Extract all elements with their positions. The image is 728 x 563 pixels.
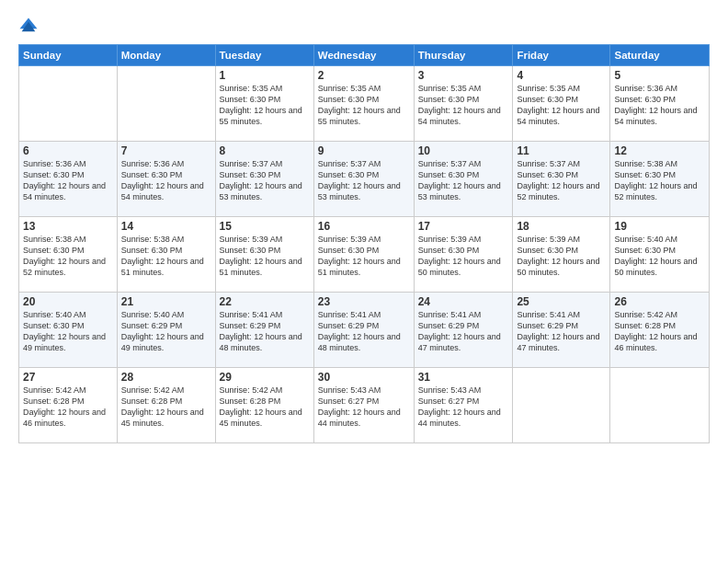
day-detail: Sunrise: 5:39 AM Sunset: 6:30 PM Dayligh…: [517, 235, 599, 277]
calendar-cell: 7Sunrise: 5:36 AM Sunset: 6:30 PM Daylig…: [117, 142, 215, 217]
calendar-week-4: 20Sunrise: 5:40 AM Sunset: 6:30 PM Dayli…: [19, 293, 710, 368]
day-number: 29: [220, 371, 310, 384]
day-number: 25: [517, 295, 606, 308]
calendar-cell: [117, 66, 215, 142]
day-detail: Sunrise: 5:35 AM Sunset: 6:30 PM Dayligh…: [418, 84, 501, 126]
weekday-header-friday: Friday: [513, 45, 610, 66]
calendar-cell: 26Sunrise: 5:42 AM Sunset: 6:28 PM Dayli…: [610, 293, 710, 368]
day-detail: Sunrise: 5:42 AM Sunset: 6:28 PM Dayligh…: [614, 310, 697, 352]
day-number: 16: [318, 220, 410, 233]
weekday-header-row: SundayMondayTuesdayWednesdayThursdayFrid…: [19, 45, 710, 66]
calendar-cell: 20Sunrise: 5:40 AM Sunset: 6:30 PM Dayli…: [19, 293, 118, 368]
day-detail: Sunrise: 5:41 AM Sunset: 6:29 PM Dayligh…: [318, 310, 401, 352]
day-detail: Sunrise: 5:43 AM Sunset: 6:27 PM Dayligh…: [318, 385, 401, 428]
day-number: 9: [318, 144, 410, 157]
calendar-cell: 30Sunrise: 5:43 AM Sunset: 6:27 PM Dayli…: [313, 368, 414, 443]
weekday-header-monday: Monday: [117, 45, 215, 66]
calendar-cell: 24Sunrise: 5:41 AM Sunset: 6:29 PM Dayli…: [414, 293, 513, 368]
day-detail: Sunrise: 5:40 AM Sunset: 6:30 PM Dayligh…: [23, 310, 106, 352]
day-detail: Sunrise: 5:35 AM Sunset: 6:30 PM Dayligh…: [517, 84, 599, 126]
day-detail: Sunrise: 5:39 AM Sunset: 6:30 PM Dayligh…: [418, 235, 501, 277]
day-number: 14: [121, 220, 211, 233]
calendar-week-3: 13Sunrise: 5:38 AM Sunset: 6:30 PM Dayli…: [19, 217, 710, 293]
calendar-table: SundayMondayTuesdayWednesdayThursdayFrid…: [18, 44, 710, 443]
day-detail: Sunrise: 5:36 AM Sunset: 6:30 PM Dayligh…: [121, 159, 204, 201]
weekday-header-sunday: Sunday: [19, 45, 118, 66]
day-detail: Sunrise: 5:37 AM Sunset: 6:30 PM Dayligh…: [418, 159, 501, 201]
day-detail: Sunrise: 5:37 AM Sunset: 6:30 PM Dayligh…: [220, 159, 302, 201]
calendar-week-2: 6Sunrise: 5:36 AM Sunset: 6:30 PM Daylig…: [19, 142, 710, 217]
day-number: 8: [220, 144, 310, 157]
calendar-cell: 11Sunrise: 5:37 AM Sunset: 6:30 PM Dayli…: [513, 142, 610, 217]
weekday-header-thursday: Thursday: [414, 45, 513, 66]
calendar-week-5: 27Sunrise: 5:42 AM Sunset: 6:28 PM Dayli…: [19, 368, 710, 443]
calendar-cell: 1Sunrise: 5:35 AM Sunset: 6:30 PM Daylig…: [215, 66, 313, 142]
day-detail: Sunrise: 5:41 AM Sunset: 6:29 PM Dayligh…: [220, 310, 302, 352]
day-detail: Sunrise: 5:36 AM Sunset: 6:30 PM Dayligh…: [614, 84, 697, 126]
day-detail: Sunrise: 5:37 AM Sunset: 6:30 PM Dayligh…: [517, 159, 599, 201]
day-number: 1: [220, 69, 310, 82]
day-detail: Sunrise: 5:42 AM Sunset: 6:28 PM Dayligh…: [23, 385, 106, 428]
calendar-cell: 14Sunrise: 5:38 AM Sunset: 6:30 PM Dayli…: [117, 217, 215, 293]
calendar-cell: 5Sunrise: 5:36 AM Sunset: 6:30 PM Daylig…: [610, 66, 710, 142]
calendar-cell: 29Sunrise: 5:42 AM Sunset: 6:28 PM Dayli…: [215, 368, 313, 443]
day-number: 17: [418, 220, 509, 233]
header: [18, 17, 710, 37]
calendar-cell: 13Sunrise: 5:38 AM Sunset: 6:30 PM Dayli…: [19, 217, 118, 293]
day-detail: Sunrise: 5:39 AM Sunset: 6:30 PM Dayligh…: [318, 235, 401, 277]
day-detail: Sunrise: 5:40 AM Sunset: 6:29 PM Dayligh…: [121, 310, 204, 352]
calendar-cell: 25Sunrise: 5:41 AM Sunset: 6:29 PM Dayli…: [513, 293, 610, 368]
day-number: 2: [318, 69, 410, 82]
day-detail: Sunrise: 5:41 AM Sunset: 6:29 PM Dayligh…: [517, 310, 599, 352]
day-number: 4: [517, 69, 606, 82]
day-detail: Sunrise: 5:39 AM Sunset: 6:30 PM Dayligh…: [220, 235, 302, 277]
day-number: 27: [23, 371, 113, 384]
day-number: 24: [418, 295, 509, 308]
day-detail: Sunrise: 5:38 AM Sunset: 6:30 PM Dayligh…: [614, 159, 697, 201]
day-number: 31: [418, 371, 509, 384]
day-number: 15: [220, 220, 310, 233]
day-number: 23: [318, 295, 410, 308]
logo-icon: [18, 17, 39, 37]
day-detail: Sunrise: 5:38 AM Sunset: 6:30 PM Dayligh…: [121, 235, 204, 277]
calendar-cell: 31Sunrise: 5:43 AM Sunset: 6:27 PM Dayli…: [414, 368, 513, 443]
day-number: 20: [23, 295, 113, 308]
calendar-cell: 9Sunrise: 5:37 AM Sunset: 6:30 PM Daylig…: [313, 142, 414, 217]
day-detail: Sunrise: 5:38 AM Sunset: 6:30 PM Dayligh…: [23, 235, 106, 277]
calendar-cell: [610, 368, 710, 443]
weekday-header-tuesday: Tuesday: [215, 45, 313, 66]
calendar-cell: 8Sunrise: 5:37 AM Sunset: 6:30 PM Daylig…: [215, 142, 313, 217]
day-number: 22: [220, 295, 310, 308]
calendar-cell: [19, 66, 118, 142]
day-number: 10: [418, 144, 509, 157]
day-detail: Sunrise: 5:42 AM Sunset: 6:28 PM Dayligh…: [220, 385, 302, 428]
day-number: 21: [121, 295, 211, 308]
calendar-cell: 27Sunrise: 5:42 AM Sunset: 6:28 PM Dayli…: [19, 368, 118, 443]
day-number: 13: [23, 220, 113, 233]
day-number: 6: [23, 144, 113, 157]
logo: [18, 17, 42, 37]
calendar-cell: 2Sunrise: 5:35 AM Sunset: 6:30 PM Daylig…: [313, 66, 414, 142]
calendar-cell: 3Sunrise: 5:35 AM Sunset: 6:30 PM Daylig…: [414, 66, 513, 142]
day-detail: Sunrise: 5:36 AM Sunset: 6:30 PM Dayligh…: [23, 159, 106, 201]
calendar-cell: 4Sunrise: 5:35 AM Sunset: 6:30 PM Daylig…: [513, 66, 610, 142]
weekday-header-wednesday: Wednesday: [313, 45, 414, 66]
page: SundayMondayTuesdayWednesdayThursdayFrid…: [0, 0, 728, 563]
calendar-cell: 12Sunrise: 5:38 AM Sunset: 6:30 PM Dayli…: [610, 142, 710, 217]
calendar-week-1: 1Sunrise: 5:35 AM Sunset: 6:30 PM Daylig…: [19, 66, 710, 142]
day-detail: Sunrise: 5:43 AM Sunset: 6:27 PM Dayligh…: [418, 385, 501, 428]
calendar-cell: 15Sunrise: 5:39 AM Sunset: 6:30 PM Dayli…: [215, 217, 313, 293]
calendar-cell: 17Sunrise: 5:39 AM Sunset: 6:30 PM Dayli…: [414, 217, 513, 293]
calendar-cell: 18Sunrise: 5:39 AM Sunset: 6:30 PM Dayli…: [513, 217, 610, 293]
day-number: 28: [121, 371, 211, 384]
day-detail: Sunrise: 5:37 AM Sunset: 6:30 PM Dayligh…: [318, 159, 401, 201]
calendar-cell: 23Sunrise: 5:41 AM Sunset: 6:29 PM Dayli…: [313, 293, 414, 368]
calendar-cell: 6Sunrise: 5:36 AM Sunset: 6:30 PM Daylig…: [19, 142, 118, 217]
day-detail: Sunrise: 5:35 AM Sunset: 6:30 PM Dayligh…: [220, 84, 302, 126]
day-detail: Sunrise: 5:42 AM Sunset: 6:28 PM Dayligh…: [121, 385, 204, 428]
calendar-cell: [513, 368, 610, 443]
day-number: 26: [614, 295, 705, 308]
day-number: 30: [318, 371, 410, 384]
calendar-cell: 16Sunrise: 5:39 AM Sunset: 6:30 PM Dayli…: [313, 217, 414, 293]
day-detail: Sunrise: 5:40 AM Sunset: 6:30 PM Dayligh…: [614, 235, 697, 277]
